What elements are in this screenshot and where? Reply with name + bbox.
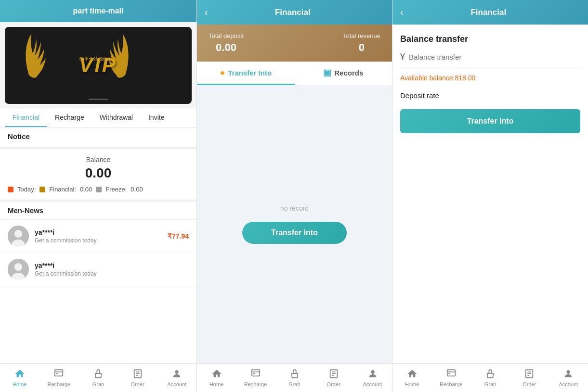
nav-recharge-label: Recharge	[244, 381, 267, 387]
recharge-icon	[53, 368, 64, 380]
left-bottom-nav: Home Recharge Grab Order Account	[0, 363, 196, 392]
transfer-icon: ●	[220, 68, 225, 78]
notice-title: Notice	[8, 132, 189, 140]
nav-recharge-right[interactable]: Recharge	[431, 364, 470, 392]
tab-records-label: Records	[334, 69, 363, 77]
tab-withdrawal[interactable]: Withdrawal	[92, 109, 141, 127]
right-transfer-into-button[interactable]: Transfer Into	[400, 109, 580, 133]
nav-home[interactable]: Home	[0, 364, 39, 392]
no-record-text: no record	[280, 204, 309, 212]
nav-home-label: Home	[13, 381, 26, 387]
today-label: Today:	[17, 186, 36, 193]
middle-header: ‹ Financial	[197, 0, 392, 25]
deposit-rate-label: Deposit rate	[400, 91, 580, 100]
financial-value: 0.00	[80, 186, 92, 193]
tab-invite[interactable]: Invite	[141, 109, 172, 127]
nav-account-mid[interactable]: Account	[353, 364, 392, 392]
balance-amount: 0.00	[8, 165, 189, 181]
transfer-into-button[interactable]: Transfer Into	[242, 222, 347, 244]
news-username: ya****i	[35, 262, 183, 269]
nav-recharge-mid[interactable]: Recharge	[236, 364, 275, 392]
middle-panel: ‹ Financial Total deposit 0.00 Total rev…	[196, 0, 392, 392]
recharge-icon	[250, 368, 261, 380]
grab-icon	[93, 368, 104, 380]
nav-home-mid[interactable]: Home	[197, 364, 236, 392]
account-icon	[563, 368, 574, 380]
nav-recharge-label: Recharge	[48, 381, 71, 387]
nav-recharge[interactable]: Recharge	[39, 364, 79, 392]
men-news-title: Men-News	[0, 202, 196, 220]
svg-point-4	[14, 263, 22, 271]
svg-point-1	[14, 230, 22, 238]
nav-grab-right[interactable]: Grab	[470, 364, 510, 392]
svg-rect-22	[447, 370, 456, 376]
news-desc: Get a commission today	[35, 237, 162, 244]
tab-transfer-label: Transfer Into	[228, 69, 272, 77]
home-icon	[211, 368, 222, 380]
vip-banner: VIP 尊享全站源码下载	[5, 27, 192, 104]
records-icon: ▣	[323, 67, 331, 78]
home-icon	[14, 368, 25, 380]
nav-order-label: Order	[523, 381, 536, 387]
nav-recharge-label: Recharge	[440, 381, 463, 387]
account-icon	[171, 368, 182, 380]
svg-rect-14	[251, 370, 260, 376]
total-deposit-col: Total deposit 0.00	[209, 32, 244, 54]
financial-dot	[39, 187, 45, 192]
svg-point-21	[371, 370, 374, 374]
total-revenue-value: 0	[343, 41, 380, 54]
grab-icon	[289, 368, 300, 380]
svg-point-13	[175, 370, 179, 374]
transfer-input-row: ¥	[400, 52, 580, 67]
nav-home-label: Home	[405, 381, 419, 387]
tab-records[interactable]: ▣ Records	[295, 62, 392, 85]
total-revenue-col: Total revenue 0	[343, 32, 380, 54]
back-button[interactable]: ‹	[205, 7, 208, 18]
nav-order-right[interactable]: Order	[510, 364, 549, 392]
total-deposit-value: 0.00	[209, 41, 244, 54]
balance-label: Balance	[8, 156, 189, 164]
nav-home-label: Home	[209, 381, 223, 387]
tab-recharge[interactable]: Recharge	[47, 109, 92, 127]
tab-transfer-into[interactable]: ● Transfer Into	[197, 62, 295, 85]
list-item: ya****i Get a commission today ₹77.94	[0, 220, 196, 253]
available-balance: Available balance:818.00	[400, 74, 580, 82]
svg-rect-24	[448, 373, 450, 374]
svg-rect-16	[253, 373, 255, 374]
nav-home-right[interactable]: Home	[392, 364, 431, 392]
right-back-button[interactable]: ‹	[400, 7, 404, 18]
nav-grab[interactable]: Grab	[78, 364, 118, 392]
men-news-section: Men-News ya****i Get a commission today …	[0, 202, 196, 363]
balance-transfer-input[interactable]	[409, 53, 580, 61]
svg-rect-6	[55, 370, 63, 376]
vip-subtitle: 尊享全站源码下载	[79, 56, 118, 63]
freeze-label: Freeze:	[105, 186, 127, 193]
nav-order[interactable]: Order	[118, 364, 157, 392]
right-bottom-nav: Home Recharge Grab Order Account	[392, 363, 588, 392]
recharge-icon	[446, 368, 457, 380]
tab-financial[interactable]: Financial	[5, 109, 47, 127]
balance-section: Balance 0.00 Today: Financial: 0.00 Free…	[0, 149, 196, 202]
grab-icon	[485, 368, 496, 380]
right-content: Balance transfer ¥ Available balance:818…	[392, 25, 588, 203]
today-dot	[8, 187, 13, 192]
total-revenue-label: Total revenue	[343, 32, 380, 39]
nav-account-label: Account	[559, 381, 578, 387]
nav-order-label: Order	[131, 381, 144, 387]
news-amount: ₹77.94	[168, 232, 189, 240]
nav-account[interactable]: Account	[157, 364, 196, 392]
balance-stats: Today: Financial: 0.00 Freeze: 0.00	[8, 186, 189, 193]
nav-grab-label: Grab	[92, 381, 104, 387]
nav-grab-mid[interactable]: Grab	[275, 364, 314, 392]
nav-tabs: Financial Recharge Withdrawal Invite	[0, 109, 196, 127]
total-deposit-label: Total deposit	[209, 32, 244, 39]
right-panel: ‹ Financial Balance transfer ¥ Available…	[392, 0, 588, 392]
middle-tabs: ● Transfer Into ▣ Records	[197, 62, 392, 85]
nav-account-right[interactable]: Account	[549, 364, 588, 392]
freeze-dot	[96, 187, 102, 192]
yen-symbol: ¥	[400, 52, 405, 62]
avatar	[8, 226, 29, 247]
nav-account-label: Account	[363, 381, 382, 387]
nav-order-mid[interactable]: Order	[314, 364, 353, 392]
news-content: ya****i Get a commission today	[35, 228, 162, 244]
